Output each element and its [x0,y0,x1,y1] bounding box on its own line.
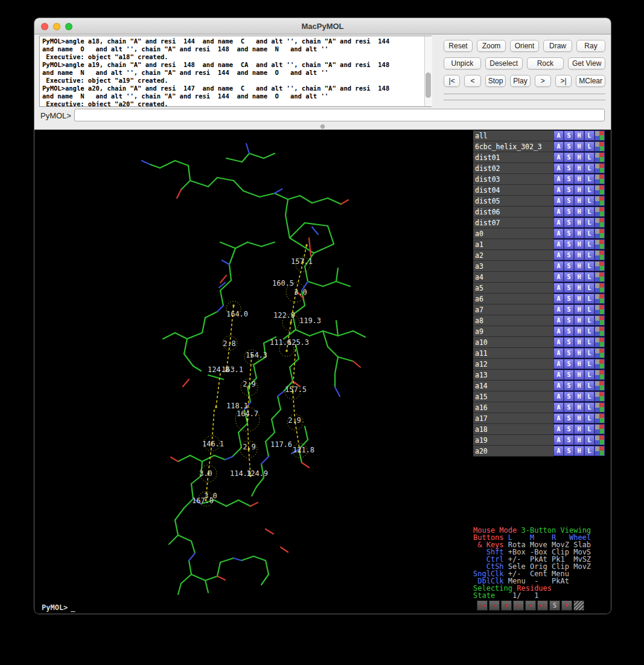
object-a-button[interactable]: A [553,370,564,380]
object-name[interactable]: a2 [473,250,553,261]
object-h-button[interactable]: H [574,381,584,391]
object-c-button[interactable] [595,348,605,358]
object-l-button[interactable]: L [584,348,595,358]
object-c-button[interactable] [595,315,605,326]
object-h-button[interactable]: H [574,228,584,239]
object-l-button[interactable]: L [584,424,595,434]
object-l-button[interactable]: L [584,304,595,315]
viewport[interactable]: 157.1160.53.0164.0122.9119.32.8111.6125.… [39,130,471,614]
resize-grip[interactable] [573,600,584,611]
object-l-button[interactable]: L [584,185,595,195]
object-c-button[interactable] [595,228,605,239]
object-c-button[interactable] [595,163,605,173]
object-c-button[interactable] [595,402,605,413]
object-c-button[interactable] [595,435,605,445]
object-h-button[interactable]: H [574,326,584,336]
object-a-button[interactable]: A [553,435,564,445]
object-name[interactable]: a16 [473,402,553,413]
object-l-button[interactable]: L [584,391,595,402]
object-name[interactable]: a1 [473,239,553,250]
object-l-button[interactable]: L [584,207,595,217]
object-l-button[interactable]: L [584,381,595,391]
object-l-button[interactable]: L [584,315,595,326]
object-a-button[interactable]: A [553,402,564,413]
object-h-button[interactable]: H [574,196,584,206]
object-h-button[interactable]: H [574,413,584,423]
object-l-button[interactable]: L [584,435,595,445]
object-h-button[interactable]: H [574,304,584,315]
object-a-button[interactable]: A [553,228,564,239]
object-a-button[interactable]: A [553,304,564,315]
object-l-button[interactable]: L [584,283,595,293]
object-h-button[interactable]: H [574,217,584,228]
console-scrollbar[interactable] [424,36,432,106]
object-c-button[interactable] [595,261,605,271]
object-a-button[interactable]: A [553,283,564,293]
button-get-view[interactable]: Get View [568,57,605,69]
object-c-button[interactable] [595,424,605,434]
object-h-button[interactable]: H [574,130,584,141]
object-a-button[interactable]: A [553,239,564,249]
object-h-button[interactable]: H [574,359,584,369]
object-l-button[interactable]: L [584,294,595,304]
object-h-button[interactable]: H [574,250,584,260]
object-l-button[interactable]: L [584,130,595,141]
object-a-button[interactable]: A [553,446,564,456]
object-a-button[interactable]: A [553,163,564,173]
command-input[interactable] [74,109,605,121]
object-h-button[interactable]: H [574,141,584,152]
object-c-button[interactable] [595,326,605,336]
object-a-button[interactable]: A [553,130,564,141]
object-name[interactable]: a7 [473,304,553,315]
object-name[interactable]: a3 [473,261,553,272]
object-s-button[interactable]: S [564,381,574,391]
button-play[interactable]: Play [510,75,530,87]
object-l-button[interactable]: L [584,228,595,239]
button-stop[interactable]: Stop [485,75,506,87]
object-a-button[interactable]: A [553,272,564,282]
object-s-button[interactable]: S [564,304,574,315]
object-a-button[interactable]: A [553,337,564,347]
screenshot-button[interactable]: S [549,600,560,611]
object-c-button[interactable] [595,381,605,391]
object-h-button[interactable]: H [574,391,584,402]
object-c-button[interactable] [595,141,605,152]
object-c-button[interactable] [595,207,605,217]
object-s-button[interactable]: S [564,413,574,423]
object-s-button[interactable]: S [564,272,574,282]
object-a-button[interactable]: A [553,141,564,152]
zoom-window-button[interactable] [65,23,72,30]
object-h-button[interactable]: H [574,294,584,304]
object-l-button[interactable]: L [584,402,595,413]
object-c-button[interactable] [595,283,605,293]
object-name[interactable]: a13 [473,370,553,381]
object-a-button[interactable]: A [553,250,564,260]
object-a-button[interactable]: A [553,294,564,304]
object-l-button[interactable]: L [584,250,595,260]
object-h-button[interactable]: H [574,402,584,413]
object-c-button[interactable] [595,152,605,162]
object-c-button[interactable] [595,217,605,228]
object-s-button[interactable]: S [564,228,574,239]
stop-button[interactable]: ■ [501,600,512,611]
object-s-button[interactable]: S [564,283,574,293]
end-button[interactable]: ▶| [537,600,548,611]
button-nav-3-2[interactable]: < [464,75,480,87]
button-rock[interactable]: Rock [527,57,564,69]
object-h-button[interactable]: H [574,239,584,249]
object-c-button[interactable] [595,304,605,315]
minimize-button[interactable] [53,23,60,30]
play-button[interactable]: ▶ [513,600,524,611]
button-nav-3-1[interactable]: |< [444,75,460,87]
object-name[interactable]: a8 [473,315,553,326]
object-a-button[interactable]: A [553,185,564,195]
object-l-button[interactable]: L [584,446,595,456]
object-name[interactable]: a11 [473,348,553,359]
object-h-button[interactable]: H [574,174,584,184]
object-s-button[interactable]: S [564,196,574,206]
object-name[interactable]: all [473,130,553,141]
button-mclear[interactable]: MClear [576,75,605,87]
object-s-button[interactable]: S [564,217,574,228]
object-a-button[interactable]: A [553,174,564,184]
object-name[interactable]: a20 [473,446,553,457]
